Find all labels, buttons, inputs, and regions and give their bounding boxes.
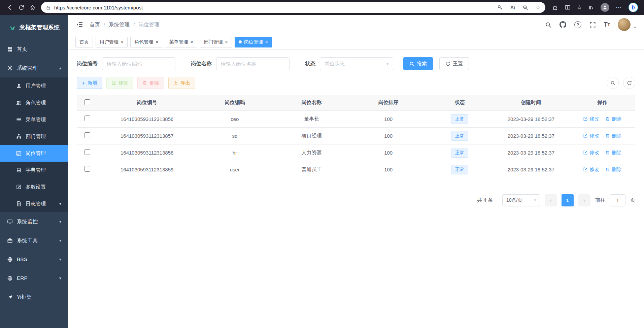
close-icon[interactable]: × [121,40,124,44]
breadcrumb-item[interactable]: 首页 [90,21,100,28]
cell-created-time: 2023-03-29 18:52:37 [493,161,569,178]
address-bar[interactable]: https://ccnetcore.com:1101/system/post A… [41,2,545,13]
extensions-puzzle-icon[interactable] [552,4,558,10]
filter-post-name: 岗位名称 [191,57,290,70]
post-code-input[interactable] [102,57,175,70]
table-row[interactable]: 1641030593112313857 se 项目经理 100 正常 2023-… [77,127,635,144]
split-screen-icon[interactable] [565,4,571,10]
font-size-icon[interactable]: TT [604,22,610,28]
goto-label: 前往 [595,197,605,203]
row-delete-button[interactable]: 删除 [605,150,621,156]
table-row[interactable]: 1641030593112313859 user 普通员工 100 正常 202… [77,161,635,178]
browser-home-button[interactable] [27,2,38,13]
header-search-icon[interactable] [545,22,551,28]
refresh-table-button[interactable] [623,77,635,89]
sidebar-item-bbs[interactable]: BBS ▾ [0,250,68,269]
status-label: 状态 [305,60,315,67]
close-icon[interactable]: × [265,40,268,44]
refresh-icon [627,80,632,86]
tab-menu-mgmt[interactable]: 菜单管理 × [165,37,197,47]
breadcrumb-item[interactable]: 系统管理 [109,21,130,28]
delete-button[interactable]: 删除 [137,77,164,89]
tab-home[interactable]: 首页 [75,37,93,47]
main-area: 首页 / 系统管理 / 岗位管理 ? TT ▾ [68,15,644,328]
row-edit-button[interactable]: 修改 [583,116,599,122]
avatar-dropdown-caret-icon[interactable]: ▾ [634,25,636,31]
row-delete-button[interactable]: 删除 [605,166,621,173]
sidebar-item-dict-mgmt[interactable]: 字典管理 [0,162,68,178]
toggle-search-button[interactable] [607,77,619,89]
close-icon[interactable]: × [190,40,193,44]
sidebar-item-home[interactable]: 首页 [0,40,68,59]
sidebar-item-system-mgmt[interactable]: 系统管理 ▴ [0,59,68,77]
select-all-checkbox[interactable] [84,99,90,105]
sidebar-item-erp[interactable]: ERP ▾ [0,269,68,288]
cell-post-name: 普通员工 [273,161,350,178]
sidebar-item-post-mgmt[interactable]: 岗位管理 [0,145,68,162]
row-delete-button[interactable]: 删除 [605,116,621,122]
tab-label: 首页 [79,39,89,45]
table-row[interactable]: 1641030593112313858 hr 人力资源 100 正常 2023-… [77,144,635,161]
page-size-select[interactable]: 10条/页 ▾ [502,194,540,206]
row-checkbox[interactable] [84,166,90,172]
status-select[interactable]: 岗位状态 ▾ [320,57,393,70]
sidebar-item-yi-framework[interactable]: Yi框架 [0,288,68,306]
row-checkbox[interactable] [84,116,90,121]
read-aloud-icon[interactable]: A) [510,5,515,10]
help-icon[interactable]: ? [574,21,581,28]
book-icon [15,167,22,173]
sidebar-item-label: 系统监控 [17,218,38,225]
fullscreen-icon[interactable] [589,22,596,28]
export-button[interactable]: 导出 [168,77,195,89]
github-icon[interactable] [560,21,566,28]
bing-copilot-icon[interactable]: b [629,3,638,12]
pagination: 共 4 条 10条/页 ▾ ‹ 1 › 前往 页 [77,194,635,206]
add-button[interactable]: + 新增 [77,77,102,89]
zoom-icon[interactable] [522,5,528,10]
sidebar: 意框架管理系统 首页 系统管理 ▴ [0,15,68,328]
tab-role-mgmt[interactable]: 角色管理 × [130,37,162,47]
sidebar-item-dept-mgmt[interactable]: 部门管理 [0,128,68,145]
password-key-icon[interactable] [497,5,503,10]
user-avatar[interactable] [618,18,631,31]
collections-icon[interactable] [588,5,594,10]
tab-user-mgmt[interactable]: 用户管理 × [96,37,128,47]
next-page-button[interactable]: › [578,194,590,206]
tab-post-mgmt[interactable]: 岗位管理 × [235,37,272,47]
sidebar-item-label: Yi框架 [17,294,32,301]
row-delete-button[interactable]: 删除 [605,133,621,139]
add-favorite-icon[interactable]: ☆ [536,5,541,10]
sidebar-item-param-settings[interactable]: 参数设置 [0,178,68,195]
table-row[interactable]: 1641030593112313856 ceo 董事长 100 正常 2023-… [77,110,635,127]
reset-button[interactable]: 重置 [439,57,469,70]
close-icon[interactable]: × [156,40,158,44]
row-edit-button[interactable]: 修改 [583,166,599,173]
sidebar-item-user-mgmt[interactable]: 用户管理 [0,77,68,94]
sidebar-fold-icon[interactable] [76,21,83,28]
post-name-input[interactable] [216,57,290,70]
close-icon[interactable]: × [225,40,228,44]
page-number-button[interactable]: 1 [562,194,574,206]
browser-menu-icon[interactable]: ⋯ [616,4,622,11]
sidebar-item-system-tools[interactable]: 系统工具 ▾ [0,231,68,250]
goto-page-input[interactable] [610,194,625,206]
search-button[interactable]: 搜索 [403,57,433,70]
row-edit-button[interactable]: 修改 [583,150,599,156]
app-window: 意框架管理系统 首页 系统管理 ▴ [0,15,644,328]
prev-page-button[interactable]: ‹ [545,194,557,206]
row-checkbox[interactable] [84,132,90,138]
sidebar-item-log-mgmt[interactable]: 日志管理 ▾ [0,195,68,212]
sidebar-item-role-mgmt[interactable]: 角色管理 [0,94,68,111]
edit-button[interactable]: 修改 [106,77,133,89]
trash-icon [605,150,610,155]
sidebar-item-system-monitor[interactable]: 系统监控 ▾ [0,212,68,231]
cell-post-name: 人力资源 [273,144,350,161]
sidebar-item-menu-mgmt[interactable]: 菜单管理 [0,111,68,128]
tab-dept-mgmt[interactable]: 部门管理 × [200,37,232,47]
row-checkbox[interactable] [84,149,90,155]
browser-profile-avatar[interactable] [601,3,609,12]
favorites-icon[interactable]: ☆ [577,5,582,10]
browser-back-button[interactable] [4,2,15,13]
row-edit-button[interactable]: 修改 [583,133,599,139]
browser-refresh-button[interactable] [15,2,27,13]
